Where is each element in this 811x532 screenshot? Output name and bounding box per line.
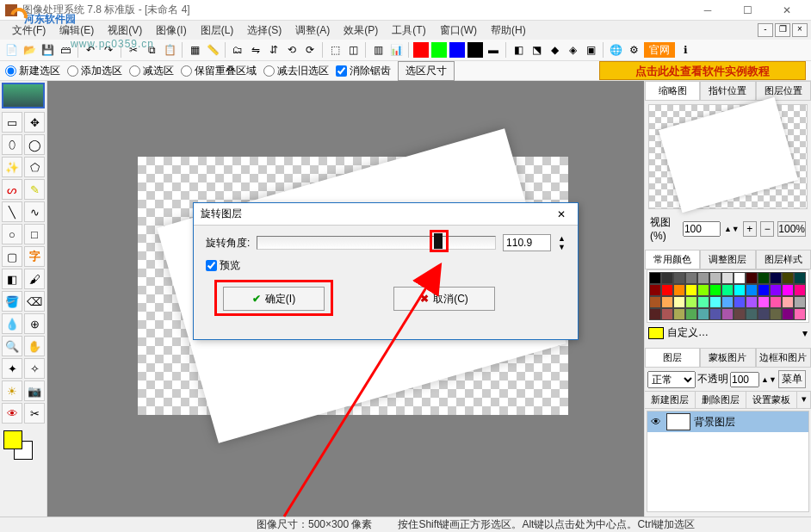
wand-tool[interactable]: ✨ — [2, 157, 22, 177]
menu-edit[interactable]: 编辑(E) — [54, 22, 99, 40]
resize-icon[interactable]: ⬚ — [327, 42, 343, 58]
cut-icon[interactable]: ✂ — [126, 42, 141, 58]
tab-palette[interactable]: 常用颜色 — [645, 250, 700, 269]
circle-tool[interactable]: ○ — [2, 224, 22, 244]
rrect-tool[interactable]: ▢ — [2, 246, 22, 267]
palette-swatch[interactable] — [721, 284, 734, 296]
palette-swatch[interactable] — [794, 284, 806, 296]
histogram-icon[interactable]: 📊 — [388, 42, 404, 58]
dialog-close-button[interactable]: ✕ — [552, 208, 571, 220]
tab-frame[interactable]: 边框和图片 — [756, 348, 811, 367]
menu-file[interactable]: 文件(F) — [7, 22, 51, 40]
tab-mask[interactable]: 蒙板图片 — [700, 348, 755, 367]
color-swatches[interactable] — [2, 429, 45, 463]
poly-tool[interactable]: ⬠ — [24, 157, 45, 177]
palette-swatch[interactable] — [770, 308, 782, 320]
free-tool[interactable]: ᔕ — [2, 179, 22, 200]
tab-layer-style[interactable]: 图层样式 — [756, 250, 811, 269]
menu-select[interactable]: 选择(S) — [242, 22, 287, 40]
redeye-tool[interactable]: 👁 — [2, 403, 22, 424]
ruler-icon[interactable]: 📏 — [205, 42, 220, 58]
rotate-r-icon[interactable]: ⟳ — [302, 42, 318, 58]
pencil-tool[interactable]: ✎ — [24, 179, 45, 200]
palette-swatch[interactable] — [746, 272, 758, 284]
menu-layer[interactable]: 图层(L) — [195, 22, 239, 40]
palette-swatch[interactable] — [734, 284, 746, 296]
zoom-tool[interactable]: 🔍 — [2, 336, 22, 356]
palette-swatch[interactable] — [673, 296, 685, 308]
palette-swatch[interactable] — [734, 296, 746, 308]
star-tool[interactable]: ✦ — [2, 358, 22, 379]
palette-swatch[interactable] — [673, 308, 685, 320]
menu-image[interactable]: 图像(I) — [151, 22, 191, 40]
ellipse-select-tool[interactable]: ◯ — [24, 134, 45, 155]
dropdown-icon[interactable]: ▾ — [802, 327, 808, 339]
navigator-thumbnail[interactable] — [648, 104, 808, 209]
palette-swatch[interactable] — [770, 284, 782, 296]
dropper-tool[interactable]: 💧 — [2, 313, 22, 334]
palette-swatch[interactable] — [721, 296, 734, 308]
open-icon[interactable]: 📂 — [22, 42, 37, 58]
camera-tool[interactable]: 📷 — [24, 380, 45, 401]
delete-layer-button[interactable]: 删除图层 — [696, 392, 746, 408]
palette-swatch[interactable] — [746, 284, 758, 296]
black-swatch-icon[interactable] — [467, 42, 483, 58]
custom-color-label[interactable]: 自定义… — [667, 325, 799, 340]
palette-swatch[interactable] — [697, 272, 709, 284]
bucket-tool[interactable]: 🪣 — [2, 291, 22, 312]
menu-tool[interactable]: 工具(T) — [387, 22, 430, 40]
set-mask-button[interactable]: 设置蒙板 — [746, 392, 797, 408]
redo-icon[interactable]: ↷ — [101, 42, 116, 58]
light-tool[interactable]: ☀ — [2, 380, 22, 401]
rotate-l-icon[interactable]: ⟲ — [284, 42, 300, 58]
channels-icon[interactable]: ▥ — [370, 42, 386, 58]
opacity-input[interactable] — [730, 372, 759, 387]
angle-slider[interactable] — [257, 236, 496, 250]
custom-color-swatch[interactable] — [648, 327, 664, 339]
check-antialias[interactable]: 消除锯齿 — [336, 64, 391, 78]
zoom-input[interactable] — [683, 221, 721, 237]
palette-swatch[interactable] — [721, 272, 734, 284]
eraser-tool[interactable]: ⌫ — [24, 291, 45, 312]
gradient-icon[interactable]: ▬ — [486, 42, 501, 58]
blue-swatch-icon[interactable] — [449, 42, 465, 58]
mdi-close[interactable]: × — [792, 23, 808, 37]
layers-icon[interactable]: 🗂 — [230, 42, 245, 58]
palette-swatch[interactable] — [661, 272, 673, 284]
prefs-icon[interactable]: ⚙ — [626, 42, 641, 58]
palette-swatch[interactable] — [770, 296, 782, 308]
palette-swatch[interactable] — [709, 272, 721, 284]
tool2-icon[interactable]: ⬔ — [529, 42, 544, 58]
zoom-in-button[interactable]: + — [743, 221, 757, 237]
zoom-100-button[interactable]: 100% — [777, 221, 806, 237]
red-swatch-icon[interactable] — [413, 42, 429, 58]
save-icon[interactable]: 💾 — [40, 42, 55, 58]
palette-swatch[interactable] — [770, 272, 782, 284]
tab-pointer[interactable]: 指针位置 — [700, 81, 755, 100]
palette-swatch[interactable] — [758, 296, 770, 308]
menu-help[interactable]: 帮助(H) — [486, 22, 531, 40]
preview-checkbox[interactable]: 预览 — [206, 258, 566, 273]
net-icon[interactable]: 🌐 — [608, 42, 623, 58]
radio-add-sel[interactable]: 添加选区 — [67, 64, 122, 78]
palette-swatch[interactable] — [782, 296, 794, 308]
palette-swatch[interactable] — [734, 308, 746, 320]
brush-tool[interactable]: 🖌 — [24, 269, 45, 289]
tool4-icon[interactable]: ◈ — [565, 42, 580, 58]
palette-swatch[interactable] — [685, 284, 697, 296]
flip-h-icon[interactable]: ⇋ — [248, 42, 263, 58]
scissors-tool[interactable]: ✂ — [24, 403, 45, 424]
palette-swatch[interactable] — [782, 308, 794, 320]
clone-tool[interactable]: ⊕ — [24, 313, 45, 334]
doc-thumbnail[interactable] — [2, 83, 45, 108]
palette-swatch[interactable] — [782, 272, 794, 284]
palette-swatch[interactable] — [661, 308, 673, 320]
palette-swatch[interactable] — [758, 272, 770, 284]
line-tool[interactable]: ╲ — [2, 201, 22, 222]
palette-swatch[interactable] — [709, 284, 721, 296]
hand-tool[interactable]: ✋ — [24, 336, 45, 356]
palette-swatch[interactable] — [734, 272, 746, 284]
new-icon[interactable]: 📄 — [3, 42, 19, 58]
palette-swatch[interactable] — [697, 308, 709, 320]
palette-swatch[interactable] — [782, 284, 794, 296]
